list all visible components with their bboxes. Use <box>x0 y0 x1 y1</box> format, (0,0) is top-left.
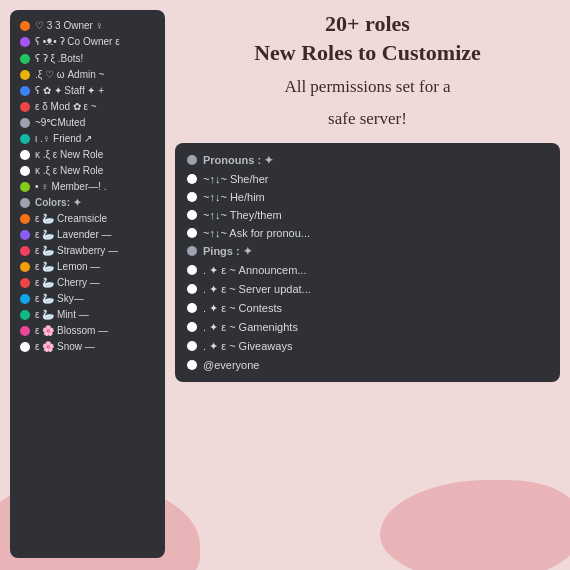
role-label: ε 🌸 Snow — <box>35 341 95 352</box>
role-color-dot <box>187 210 197 220</box>
sidebar-item: ε 🦢 Sky— <box>16 291 159 306</box>
roles-panel-item: . ✦ ε ~ Server updat... <box>185 280 550 299</box>
sidebar-item: ε 🦢 Lavender — <box>16 227 159 242</box>
sidebar-item: κ .ξ ε New Role <box>16 147 159 162</box>
sidebar-panel: ♡ 3 3 Owner ♀ʕ •ᴥ• ʔ Co Owner εʕ ʔ ξ .Bo… <box>10 10 165 558</box>
role-label: Colors: ✦ <box>35 197 81 208</box>
sidebar-item: ε 🦢 Creamsicle <box>16 211 159 226</box>
role-text: . ✦ ε ~ Giveaways <box>203 340 292 353</box>
headline-block: 20+ roles New Roles to Customize All per… <box>175 10 560 131</box>
sidebar-item: ε 🌸 Blossom — <box>16 323 159 338</box>
headline-line3: All permissions set for a <box>175 75 560 99</box>
roles-panel-item: ~↑↓~ He/him <box>185 188 550 206</box>
sidebar-item: ʕ ✿ ✦ Staff ✦ + <box>16 83 159 98</box>
role-text: @everyone <box>203 359 259 371</box>
roles-panel-item: . ✦ ε ~ Giveaways <box>185 337 550 356</box>
role-label: ε 🦢 Creamsicle <box>35 213 107 224</box>
role-label: κ .ξ ε New Role <box>35 165 103 176</box>
role-color-dot <box>20 37 30 47</box>
role-label: ʕ ʔ ξ .Bots! <box>35 53 83 64</box>
sidebar-item: ε δ Mod ✿ ε ~ <box>16 99 159 114</box>
role-color-dot <box>187 303 197 313</box>
role-color-dot <box>187 228 197 238</box>
sidebar-item: ʕ •ᴥ• ʔ Co Owner ε <box>16 34 159 50</box>
headline-line2: New Roles to Customize <box>175 39 560 68</box>
roles-panel-item: Pronouns : ✦ <box>185 151 550 170</box>
wave-decoration-right <box>380 480 570 570</box>
role-color-dot <box>20 342 30 352</box>
role-label: • ♀ Member—! . <box>35 181 107 192</box>
role-label: ε 🦢 Strawberry — <box>35 245 118 256</box>
role-color-dot <box>187 174 197 184</box>
roles-panel-item: Pings : ✦ <box>185 242 550 261</box>
role-label: ε 🦢 Sky— <box>35 293 84 304</box>
role-text: ~↑↓~ She/her <box>203 173 268 185</box>
role-color-dot <box>187 265 197 275</box>
role-label: ε 🦢 Cherry — <box>35 277 100 288</box>
sidebar-item: ε 🌸 Snow — <box>16 339 159 354</box>
role-color-dot <box>187 284 197 294</box>
role-color-dot <box>187 246 197 256</box>
role-color-dot <box>20 278 30 288</box>
sidebar-item: • ♀ Member—! . <box>16 179 159 194</box>
roles-panel-item: ~↑↓~ She/her <box>185 170 550 188</box>
sidebar-item: ʕ ʔ ξ .Bots! <box>16 51 159 66</box>
role-text: ~↑↓~ Ask for pronou... <box>203 227 310 239</box>
role-color-dot <box>20 86 30 96</box>
sidebar-item: ι .♀ Friend ↗ <box>16 131 159 146</box>
role-color-dot <box>187 192 197 202</box>
sidebar-item: Colors: ✦ <box>16 195 159 210</box>
sidebar-item: .ξ ♡ ω Admin ~ <box>16 67 159 82</box>
role-color-dot <box>20 230 30 240</box>
role-label: ʕ •ᴥ• ʔ Co Owner ε <box>35 36 120 48</box>
role-color-dot <box>20 310 30 320</box>
sidebar-item: ε 🦢 Mint — <box>16 307 159 322</box>
role-color-dot <box>187 155 197 165</box>
role-color-dot <box>20 262 30 272</box>
role-text: Pronouns : ✦ <box>203 154 273 167</box>
role-color-dot <box>20 21 30 31</box>
roles-panel-item: . ✦ ε ~ Gamenights <box>185 318 550 337</box>
role-color-dot <box>187 341 197 351</box>
role-color-dot <box>20 326 30 336</box>
role-text: . ✦ ε ~ Contests <box>203 302 282 315</box>
role-color-dot <box>187 322 197 332</box>
role-label: .ξ ♡ ω Admin ~ <box>35 69 104 80</box>
role-text: ~↑↓~ They/them <box>203 209 282 221</box>
roles-panel-item: ~↑↓~ Ask for pronou... <box>185 224 550 242</box>
sidebar-item: ε 🦢 Lemon — <box>16 259 159 274</box>
role-text: . ✦ ε ~ Announcem... <box>203 264 306 277</box>
role-label: κ .ξ ε New Role <box>35 149 103 160</box>
headline-line1: 20+ roles <box>175 10 560 39</box>
role-label: ε 🦢 Mint — <box>35 309 89 320</box>
role-color-dot <box>20 118 30 128</box>
role-color-dot <box>20 182 30 192</box>
role-label: ε 🦢 Lemon — <box>35 261 100 272</box>
role-label: ε δ Mod ✿ ε ~ <box>35 101 97 112</box>
headline-line4: safe server! <box>175 107 560 131</box>
role-label: ι .♀ Friend ↗ <box>35 133 92 144</box>
role-color-dot <box>20 102 30 112</box>
role-color-dot <box>20 166 30 176</box>
role-color-dot <box>20 246 30 256</box>
sidebar-item: κ .ξ ε New Role <box>16 163 159 178</box>
role-text: . ✦ ε ~ Gamenights <box>203 321 298 334</box>
role-label: ~9℃Muted <box>35 117 85 128</box>
role-text: ~↑↓~ He/him <box>203 191 265 203</box>
role-color-dot <box>20 294 30 304</box>
role-text: . ✦ ε ~ Server updat... <box>203 283 311 296</box>
roles-panel-item: . ✦ ε ~ Announcem... <box>185 261 550 280</box>
main-content: 20+ roles New Roles to Customize All per… <box>175 10 560 382</box>
role-color-dot <box>187 360 197 370</box>
role-label: ε 🌸 Blossom — <box>35 325 108 336</box>
role-text: Pings : ✦ <box>203 245 252 258</box>
role-label: ε 🦢 Lavender — <box>35 229 112 240</box>
sidebar-item: ε 🦢 Strawberry — <box>16 243 159 258</box>
role-color-dot <box>20 198 30 208</box>
roles-panel: Pronouns : ✦~↑↓~ She/her~↑↓~ He/him~↑↓~ … <box>175 143 560 382</box>
roles-panel-item: . ✦ ε ~ Contests <box>185 299 550 318</box>
sidebar-item: ~9℃Muted <box>16 115 159 130</box>
sidebar-item: ♡ 3 3 Owner ♀ <box>16 18 159 33</box>
role-color-dot <box>20 70 30 80</box>
role-color-dot <box>20 214 30 224</box>
